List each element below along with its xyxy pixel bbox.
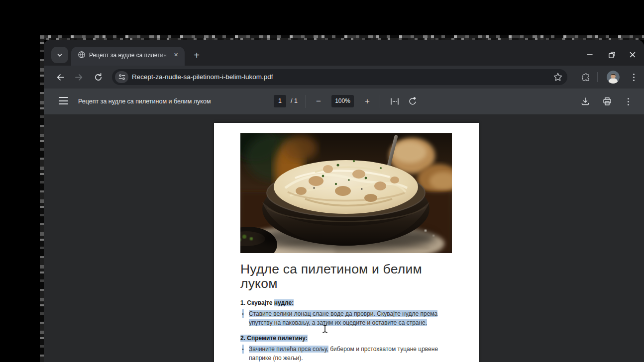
bullet-icon: • (242, 345, 244, 354)
step-2-heading-selected: 2. Спремите пилетину: (240, 335, 308, 342)
pdf-toolbar-divider (380, 95, 380, 108)
reload-button[interactable] (92, 71, 105, 84)
minimize-icon (586, 51, 593, 58)
forward-button[interactable] (72, 71, 85, 84)
extensions-button[interactable] (579, 71, 592, 84)
rotate-button[interactable] (406, 94, 420, 108)
site-settings-icon (118, 73, 126, 81)
tab-search-button[interactable] (51, 47, 68, 63)
back-button[interactable] (54, 71, 67, 84)
reload-icon (94, 73, 103, 82)
window-restore-button[interactable] (605, 48, 619, 62)
recipe-body: 1. Скувајте нудле: •Ставите велики лонац… (240, 298, 439, 362)
browser-toolbar: Recept-za-nudle-sa-piletinom-i-belim-luk… (44, 66, 644, 89)
pdf-more-button[interactable] (621, 94, 635, 108)
fit-width-icon (390, 96, 400, 106)
fit-to-width-button[interactable] (388, 94, 402, 108)
window-minimize-button[interactable] (583, 48, 597, 62)
page-number-input[interactable]: 1 (274, 95, 286, 107)
new-tab-button[interactable]: + (190, 49, 203, 62)
step-1-heading-plain: 1. Скувајте (240, 299, 274, 306)
recipe-title-line2: луком (240, 276, 439, 291)
bookmark-star-icon[interactable] (553, 72, 563, 82)
pdf-menu-button[interactable] (59, 97, 68, 104)
kebab-menu-icon (633, 74, 635, 81)
tab-title: Рецепт за нудле са пилетин (89, 51, 173, 59)
globe-icon (78, 51, 86, 59)
page-total-label: / 1 (291, 95, 298, 107)
recipe-title: Нудле са пилетином и белим луком (240, 262, 439, 291)
kebab-menu-icon (628, 98, 629, 105)
pdf-viewer[interactable]: Нудле са пилетином и белим луком 1. Скув… (44, 114, 644, 362)
address-bar[interactable]: Recept-za-nudle-sa-piletinom-i-belim-luk… (112, 69, 567, 85)
zoom-level-value[interactable]: 100% (331, 95, 354, 107)
toolbar-divider (597, 72, 598, 82)
recipe-title-line1: Нудле са пилетином и белим (240, 262, 439, 276)
zoom-out-button[interactable]: − (312, 94, 325, 108)
print-icon (602, 96, 612, 106)
chevron-down-icon (56, 52, 63, 59)
close-icon (629, 51, 636, 58)
step-1-bullet-text: Ставите велики лонац слане воде да провр… (249, 310, 437, 326)
screen: Рецепт за нудле са пилетин ✕ + (0, 0, 644, 362)
pdf-toolbar: Рецепт за нудле са пилетином и белим лук… (44, 89, 644, 114)
bullet-icon: • (242, 309, 244, 318)
url-text[interactable]: Recept-za-nudle-sa-piletinom-i-belim-luk… (132, 69, 273, 85)
profile-avatar[interactable] (607, 71, 620, 84)
site-settings-chip[interactable] (115, 71, 128, 83)
text-cursor (322, 324, 328, 333)
tab-active[interactable]: Рецепт за нудле са пилетин ✕ (71, 47, 185, 66)
download-button[interactable] (578, 94, 592, 108)
step-1-bullet: •Ставите велики лонац слане воде да пров… (240, 309, 439, 327)
download-icon (580, 96, 590, 106)
step-2-bullet-1: •Зачините пилећа прса сољу, бибером и пр… (240, 345, 439, 362)
zoom-in-button[interactable]: + (360, 94, 374, 108)
browser-window: Рецепт за нудле са пилетин ✕ + (44, 40, 644, 362)
pdf-page[interactable]: Нудле са пилетином и белим луком 1. Скув… (214, 123, 479, 362)
back-icon (56, 73, 65, 82)
recipe-photo (240, 133, 452, 253)
tab-strip: Рецепт за нудле са пилетин ✕ + (44, 40, 644, 66)
step-1-heading-selected: нудле: (274, 299, 294, 306)
restore-icon (608, 51, 616, 59)
print-button[interactable] (600, 94, 614, 108)
avatar-photo (607, 71, 620, 84)
tab-close-button[interactable]: ✕ (172, 51, 180, 59)
step-2-heading: 2. Спремите пилетину: (240, 334, 439, 343)
step-1-heading: 1. Скувајте нудле: (240, 298, 439, 307)
browser-menu-button[interactable] (627, 71, 640, 84)
pdf-toolbar-divider (306, 95, 306, 108)
window-close-button[interactable] (626, 48, 640, 62)
step-2-bullet-1-selected: Зачините пилећа прса сољу, (249, 346, 328, 353)
pdf-document-title: Рецепт за нудле са пилетином и белим лук… (78, 89, 211, 114)
extensions-puzzle-icon (581, 73, 591, 82)
forward-icon (74, 73, 84, 82)
rotate-counterclockwise-icon (408, 96, 418, 106)
